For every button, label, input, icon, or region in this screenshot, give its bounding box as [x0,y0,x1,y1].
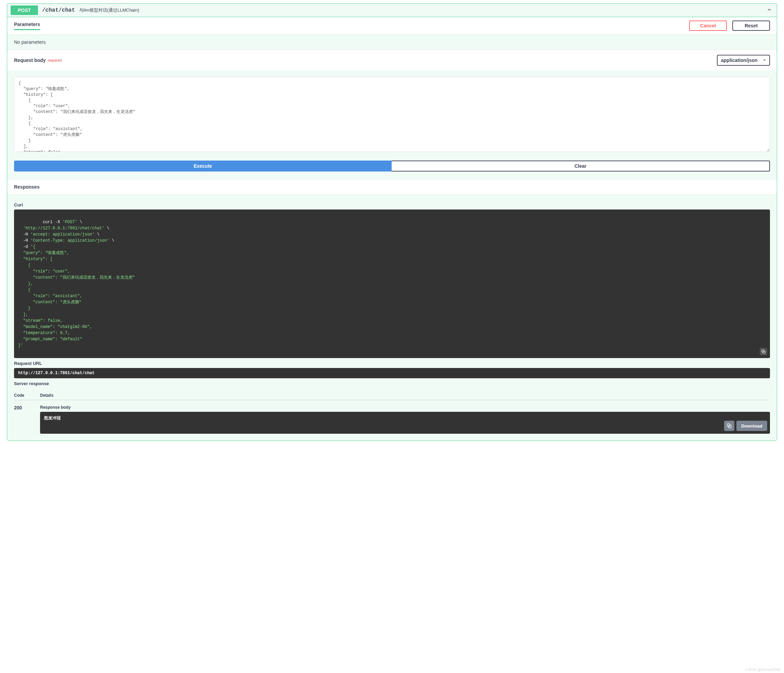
chevron-up-icon[interactable] [767,7,772,14]
copy-icon[interactable] [724,421,734,431]
reset-button[interactable]: Reset [732,20,770,31]
copy-icon[interactable] [760,348,767,355]
response-body-text: 怒发冲冠 [44,416,61,421]
curl-code: curl -X 'POST' \ 'http://127.0.0.1:7861/… [14,210,770,358]
code-column-header: Code [14,393,40,398]
request-url-label: Request URL [14,361,770,366]
responses-label: Responses [7,179,777,194]
opblock-body: Parameters Cancel Reset No parameters Re… [7,17,777,441]
content-type-select[interactable]: application/json [717,55,770,66]
response-row: 200 Response body 怒发冲冠 Download [14,400,770,434]
opblock-post: POST /chat/chat 与llm模型对话(通过LLMChain) Par… [7,3,777,441]
parameters-tab[interactable]: Parameters [14,22,40,30]
no-parameters-text: No parameters [7,34,777,50]
request-body-label: Request body [14,58,46,63]
execute-button[interactable]: Execute [14,160,392,171]
server-response-label: Server response [14,381,770,386]
endpoint-path: /chat/chat [42,7,75,13]
response-body: 怒发冲冠 Download [40,412,770,434]
request-url-value: http://127.0.0.1:7861/chat/chat [14,368,770,378]
method-badge: POST [11,5,38,15]
curl-label: Curl [14,202,770,207]
endpoint-summary: 与llm模型对话(通过LLMChain) [79,7,139,13]
clear-button[interactable]: Clear [392,160,770,171]
details-column-header: Details [40,393,770,398]
request-body-editor[interactable] [14,77,770,152]
responses-section: Curl curl -X 'POST' \ 'http://127.0.0.1:… [7,194,777,441]
response-code: 200 [14,405,40,434]
opblock-summary[interactable]: POST /chat/chat 与llm模型对话(通过LLMChain) [7,4,777,17]
required-badge: required [48,58,62,62]
request-body-header: Request body required application/json [7,50,777,70]
parameters-header: Parameters Cancel Reset [7,17,777,34]
cancel-button[interactable]: Cancel [689,20,727,31]
download-button[interactable]: Download [736,421,767,431]
response-body-label: Response body [40,405,770,410]
